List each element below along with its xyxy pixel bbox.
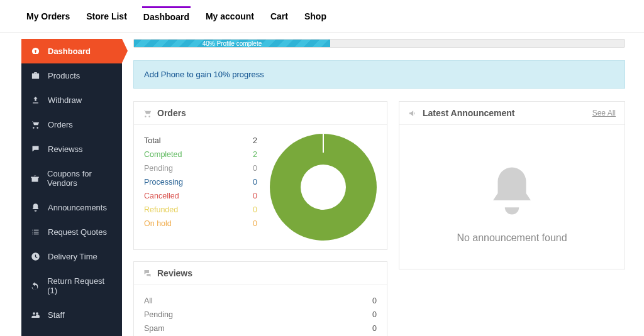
topnav-my-account[interactable]: My account bbox=[204, 8, 255, 25]
announcement-see-all[interactable]: See All bbox=[592, 109, 616, 117]
reviews-pending-label: Pending bbox=[144, 310, 173, 319]
topnav-shop[interactable]: Shop bbox=[303, 8, 328, 25]
clock-icon bbox=[30, 252, 40, 261]
users-icon bbox=[30, 310, 40, 320]
announcement-card-title: Latest Announcement bbox=[423, 108, 515, 118]
top-nav: My Orders Store List Dashboard My accoun… bbox=[0, 0, 644, 33]
sidebar-item-label: Dashboard bbox=[48, 46, 91, 56]
sidebar-item-orders[interactable]: Orders bbox=[21, 112, 122, 137]
topnav-my-orders[interactable]: My Orders bbox=[25, 8, 71, 25]
sidebar-item-label: Reviewss bbox=[48, 144, 83, 154]
profile-progress-bar: 40% Profile complete bbox=[133, 39, 625, 48]
sidebar-item-label: Announcements bbox=[48, 203, 107, 212]
sidebar-item-label: Products bbox=[48, 71, 80, 80]
profile-progress-fill: 40% Profile complete bbox=[134, 40, 330, 47]
orders-processing-label: Processing bbox=[144, 178, 183, 187]
orders-completed-value: 2 bbox=[247, 150, 257, 159]
megaphone-icon bbox=[408, 109, 418, 118]
orders-card: Orders Total 2 Completed 2 bbox=[133, 101, 387, 250]
list-icon bbox=[30, 227, 40, 237]
bell-icon bbox=[484, 163, 540, 219]
sidebar-item-staff[interactable]: Staff bbox=[21, 303, 122, 327]
orders-refunded-label: Refunded bbox=[144, 205, 178, 214]
sidebar: Dashboard Products Withdraw Orders Revie… bbox=[21, 39, 122, 336]
reviews-pending-value: 0 bbox=[367, 310, 377, 319]
reviews-card-header: Reviews bbox=[134, 262, 387, 285]
cart-icon bbox=[143, 109, 152, 118]
sidebar-item-label: Orders bbox=[48, 120, 73, 129]
briefcase-icon bbox=[30, 71, 40, 80]
profile-hint-alert[interactable]: Add Phone to gain 10% progress bbox=[133, 60, 625, 89]
bell-icon bbox=[30, 203, 40, 212]
topnav-dashboard[interactable]: Dashboard bbox=[142, 6, 191, 26]
orders-total-label: Total bbox=[144, 136, 160, 145]
orders-donut-chart bbox=[270, 134, 377, 241]
sidebar-item-return-request[interactable]: Return Request (1) bbox=[21, 269, 122, 303]
chat-icon bbox=[30, 144, 40, 154]
sidebar-item-label: Staff bbox=[48, 310, 65, 320]
sidebar-item-delivery-time[interactable]: Delivery Time bbox=[21, 244, 122, 269]
topnav-cart[interactable]: Cart bbox=[269, 8, 289, 25]
reviews-all-label: All bbox=[144, 296, 153, 305]
orders-cancelled-label: Cancelled bbox=[144, 192, 179, 200]
sidebar-item-label: Delivery Time bbox=[48, 252, 97, 261]
orders-stat-list: Total 2 Completed 2 Pending 0 bbox=[144, 134, 257, 241]
sidebar-item-reviews[interactable]: Reviewss bbox=[21, 137, 122, 161]
orders-pending-value: 0 bbox=[247, 164, 257, 173]
sidebar-item-label: Coupons for Vendors bbox=[47, 169, 113, 188]
sidebar-item-dashboard[interactable]: Dashboard bbox=[21, 39, 122, 63]
sidebar-item-label: Return Request (1) bbox=[47, 276, 113, 295]
topnav-store-list[interactable]: Store List bbox=[85, 8, 128, 25]
orders-completed-label: Completed bbox=[144, 150, 182, 159]
main-content: 40% Profile complete Add Phone to gain 1… bbox=[133, 39, 625, 336]
cart-icon bbox=[30, 120, 40, 129]
announcement-card: Latest Announcement See All No announcem… bbox=[399, 101, 625, 269]
orders-onhold-value: 0 bbox=[247, 219, 257, 228]
orders-cancelled-value: 0 bbox=[247, 192, 257, 200]
sidebar-item-label: Withdraw bbox=[48, 95, 82, 105]
reviews-spam-label: Spam bbox=[144, 324, 165, 333]
orders-card-title: Orders bbox=[157, 108, 186, 118]
orders-processing-value: 0 bbox=[247, 178, 257, 187]
reviews-spam-value: 0 bbox=[367, 324, 377, 333]
sidebar-item-products[interactable]: Products bbox=[21, 63, 122, 88]
orders-card-header: Orders bbox=[134, 102, 387, 125]
orders-onhold-label: On hold bbox=[144, 219, 172, 228]
sidebar-item-announcements[interactable]: Announcements bbox=[21, 195, 122, 220]
announcement-empty-text: No announcement found bbox=[412, 232, 612, 244]
gift-icon bbox=[30, 174, 40, 183]
orders-refunded-value: 0 bbox=[247, 205, 257, 214]
sidebar-item-label: Request Quotes bbox=[48, 227, 107, 237]
sidebar-item-followers[interactable]: Followers bbox=[21, 327, 122, 336]
comments-icon bbox=[143, 269, 152, 278]
announcement-card-header: Latest Announcement See All bbox=[399, 102, 625, 125]
orders-total-value: 2 bbox=[247, 136, 257, 145]
reviews-all-value: 0 bbox=[367, 296, 377, 305]
gauge-icon bbox=[30, 46, 40, 56]
reviews-card-title: Reviews bbox=[157, 268, 192, 278]
undo-icon bbox=[30, 281, 40, 291]
sidebar-item-request-quotes[interactable]: Request Quotes bbox=[21, 220, 122, 244]
reviews-card: Reviews All 0 Pending 0 Spam bbox=[133, 261, 387, 336]
orders-pending-label: Pending bbox=[144, 164, 173, 173]
sidebar-item-withdraw[interactable]: Withdraw bbox=[21, 88, 122, 112]
sidebar-item-coupons[interactable]: Coupons for Vendors bbox=[21, 161, 122, 195]
upload-icon bbox=[30, 95, 40, 105]
